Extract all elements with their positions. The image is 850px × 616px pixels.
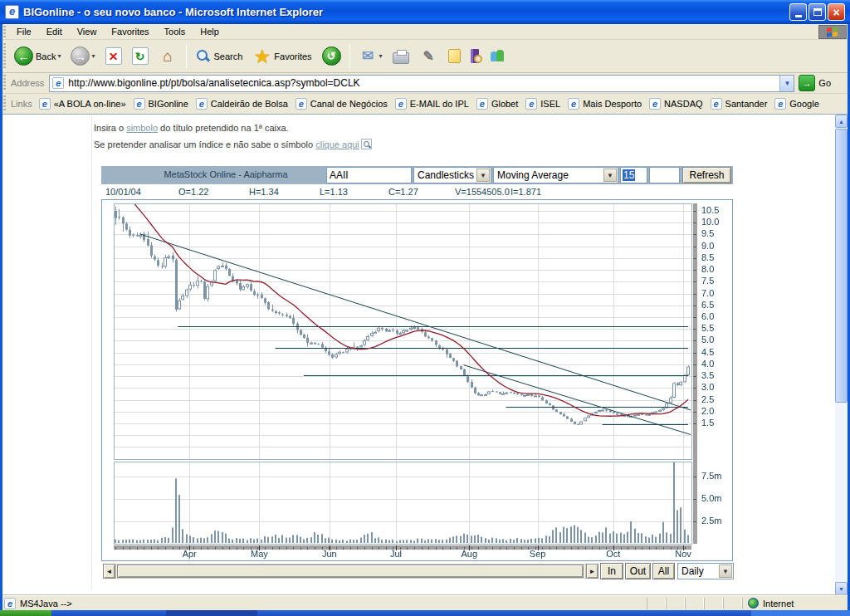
menu-edit[interactable]: Edit: [39, 25, 70, 38]
favorites-star-icon: ★: [252, 46, 271, 66]
menu-view[interactable]: View: [70, 25, 105, 38]
scroll-down-arrow[interactable]: ▼: [835, 582, 848, 595]
search-button[interactable]: Search: [190, 46, 248, 67]
favorites-button[interactable]: ★ Favorites: [247, 44, 316, 68]
indicator-value: Moving Average: [497, 169, 569, 181]
back-label: Back: [36, 51, 56, 61]
address-dropdown-icon[interactable]: ▼: [779, 76, 794, 91]
link-item-globet[interactable]: eGlobet: [476, 98, 518, 110]
link-item-google[interactable]: eGoogle: [774, 98, 818, 110]
scroll-right-arrow[interactable]: ►: [586, 564, 598, 579]
browser-page-content: Insira o simbolo do título pretendido na…: [0, 115, 848, 595]
simbolo-link[interactable]: simbolo: [126, 123, 158, 133]
menu-tools[interactable]: Tools: [157, 25, 193, 38]
maximize-button[interactable]: [808, 3, 826, 21]
toolbar-grip[interactable]: [3, 75, 6, 90]
toolbar-separator: [186, 44, 187, 69]
address-input[interactable]: e http://www.bigonline.pt/pt/bolsa/anali…: [49, 75, 794, 92]
refresh-chart-button[interactable]: Refresh: [682, 167, 731, 183]
status-bar: e MS4Java --> Internet: [0, 595, 850, 610]
ma-period-value: 15: [623, 169, 635, 181]
history-icon: ↺: [322, 46, 341, 66]
info-volume: V=1554505.0: [455, 187, 510, 197]
menu-file[interactable]: File: [9, 25, 39, 38]
info-open: O=1.22: [178, 187, 208, 197]
discuss-button[interactable]: [443, 46, 466, 66]
link-item-abola[interactable]: e«A BOLA on-line»: [39, 98, 126, 110]
window-border-left: [0, 24, 2, 610]
price-volume-chart[interactable]: [101, 199, 733, 561]
back-dropdown-icon[interactable]: ▾: [57, 52, 61, 60]
toolbar-grip[interactable]: [3, 43, 6, 69]
link-item-email-ipl[interactable]: eE-MAIL do IPL: [395, 98, 469, 110]
back-icon: ←: [14, 46, 33, 66]
ie-favicon: e: [296, 98, 307, 110]
ie-favicon: e: [476, 98, 488, 110]
clique-aqui-link[interactable]: clique aqui: [315, 139, 359, 149]
scroll-up-arrow[interactable]: ▲: [835, 115, 848, 128]
toolbar-grip[interactable]: [3, 26, 6, 37]
address-url-text[interactable]: http://www.bigonline.pt/pt/bolsa/analise…: [68, 77, 359, 89]
scroll-left-arrow[interactable]: ◄: [103, 564, 115, 579]
mail-button[interactable]: ✉ ▾: [354, 44, 388, 68]
applet-title: MetaStock Online - Aaipharma: [126, 169, 325, 179]
history-button[interactable]: ↺: [317, 44, 346, 68]
ie-favicon: e: [711, 98, 722, 110]
zoom-all-button[interactable]: All: [652, 563, 675, 579]
home-button[interactable]: ⌂: [154, 44, 183, 68]
ie-favicon: e: [395, 98, 407, 110]
ma-period-input[interactable]: 15: [620, 167, 647, 183]
forward-button[interactable]: → ▾: [66, 44, 100, 68]
symbol-input[interactable]: [326, 167, 412, 183]
magnifier-icon[interactable]: [361, 139, 372, 149]
research-button[interactable]: [466, 46, 484, 66]
refresh-button[interactable]: ↻: [127, 45, 154, 67]
minimize-button[interactable]: [789, 3, 807, 21]
messenger-button[interactable]: [484, 46, 510, 67]
close-button[interactable]: ×: [828, 3, 845, 21]
window-titlebar[interactable]: e BIGonline - o seu novo banco - Microso…: [0, 0, 850, 24]
chevron-down-icon[interactable]: ▼: [603, 169, 617, 182]
interval-select[interactable]: Daily ▼: [677, 563, 734, 579]
link-item-canal-negocios[interactable]: eCanal de Negócios: [296, 98, 388, 110]
menu-favorites[interactable]: Favorites: [104, 25, 156, 38]
zoom-out-button[interactable]: Out: [625, 563, 651, 579]
link-item-caldeirao[interactable]: eCaldeirão de Bolsa: [196, 98, 288, 110]
link-item-isel[interactable]: eISEL: [525, 98, 560, 110]
link-item-bigonline[interactable]: eBIGonline: [134, 98, 188, 110]
chart-type-select[interactable]: Candlesticks ▼: [413, 167, 491, 183]
page-favicon: e: [52, 77, 64, 89]
taskbar-button[interactable]: [166, 610, 257, 616]
status-text: MS4Java -->: [20, 599, 72, 609]
forward-dropdown-icon[interactable]: ▾: [91, 52, 95, 60]
chart-scrollbar-thumb[interactable]: [117, 565, 584, 578]
chevron-down-icon[interactable]: ▼: [719, 565, 732, 578]
ohlc-info-row: 10/01/04 O=1.22 H=1.34 L=1.13 C=1.27 V=1…: [101, 184, 733, 199]
indicator-select[interactable]: Moving Average ▼: [493, 167, 618, 183]
page-scrollbar-thumb[interactable]: [835, 129, 848, 403]
favorites-label: Favorites: [274, 51, 311, 61]
toolbar-grip[interactable]: [3, 95, 6, 111]
menu-help[interactable]: Help: [193, 25, 227, 38]
status-pane: [666, 598, 685, 609]
page-scrollbar[interactable]: ▲ ▼: [835, 115, 848, 595]
parameter-input[interactable]: [649, 167, 680, 183]
chart-scrollbar-track[interactable]: [115, 564, 586, 579]
link-item-nasdaq[interactable]: eNASDAQ: [649, 98, 702, 110]
links-bar: Links e«A BOLA on-line» eBIGonline eCald…: [0, 94, 850, 115]
zoom-in-button[interactable]: In: [600, 563, 623, 579]
edit-button[interactable]: ✎: [414, 44, 443, 68]
chevron-down-icon[interactable]: ▼: [476, 169, 490, 182]
link-item-santander[interactable]: eSantander: [711, 98, 768, 110]
address-bar: Address e http://www.bigonline.pt/pt/bol…: [0, 73, 850, 94]
taskbar-strip[interactable]: [0, 610, 850, 616]
go-button[interactable]: → Go: [799, 75, 831, 91]
start-button-edge[interactable]: [0, 610, 51, 616]
windows-logo-icon: [818, 25, 847, 39]
back-button[interactable]: ← Back ▾: [9, 44, 66, 68]
stop-button[interactable]: ✕: [100, 45, 127, 67]
mail-dropdown-icon[interactable]: ▾: [379, 52, 383, 60]
print-button[interactable]: [388, 46, 414, 66]
ie-favicon: e: [649, 98, 661, 110]
link-item-mais-desporto[interactable]: eMais Desporto: [568, 98, 642, 110]
